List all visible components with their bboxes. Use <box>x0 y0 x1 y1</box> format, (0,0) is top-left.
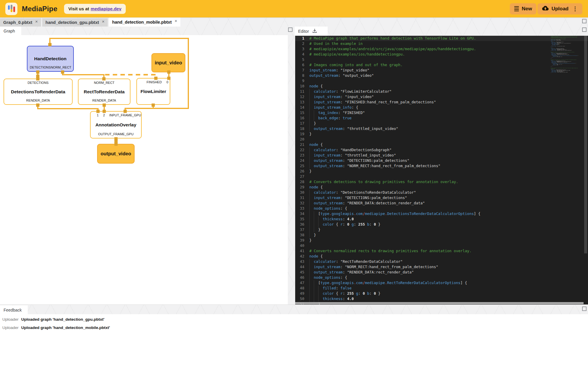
tab-graph[interactable]: Graph <box>0 27 21 35</box>
code-line: 40 <box>295 243 588 248</box>
port-label-finished: FINISHED <box>147 80 162 84</box>
code-line: 18output_stream: "throttled_input_video" <box>295 126 588 131</box>
code-line: 10node { <box>295 84 588 89</box>
tab-feedback-label: Feedback <box>4 308 22 312</box>
code-line: 3# mediapipie/examples/android/src/java/… <box>295 46 588 52</box>
node-title: FlowLimiter <box>137 89 170 94</box>
upload-button[interactable]: Upload ⋮ <box>538 3 582 14</box>
download-icon[interactable] <box>312 28 318 34</box>
node-annotation-overlay[interactable]: 1 2 INPUT_FRAME_GPU AnnotationOverlay OU… <box>90 111 142 138</box>
file-tab[interactable]: hand_detection_mobile.pbtxt× <box>109 17 180 27</box>
code-line: 33node_options: { <box>295 206 588 211</box>
file-tab-label: hand_detection_mobile.pbtxt <box>112 20 172 25</box>
tab-editor-label: Editor <box>298 29 309 34</box>
code-line: 6# Images coming into and out of the gra… <box>295 62 588 68</box>
workspace-maximize-icon[interactable] <box>582 19 587 23</box>
code-line: 45output_stream: "RENDER_DATA:rect_rende… <box>295 270 588 275</box>
code-line: 48filled: false <box>295 286 588 291</box>
node-input-video[interactable]: input_video <box>151 53 185 72</box>
node-title: RectToRenderData <box>79 89 130 94</box>
code-line: 19} <box>295 131 588 137</box>
code-line: 28# Converts detections to drawing primi… <box>295 179 588 185</box>
port-label-output-frame-gpu: OUTPUT_FRAME_GPU <box>91 132 141 136</box>
code-line: 16back_edge: true <box>295 115 588 121</box>
node-hand-detection[interactable]: HandDetection DETECTIONS NORM_RECT <box>27 46 74 72</box>
node-title: AnnotationOverlay <box>91 122 141 128</box>
code-line: 17} <box>295 121 588 126</box>
code-line: 9 <box>295 78 588 84</box>
code-line: 44input_stream: "NORM_RECT:hand_rect_fro… <box>295 264 588 270</box>
code-line: 15tag_index: "FINISHED" <box>295 110 588 115</box>
code-line: 49color { r: 255 g: 0 b: 0 } <box>295 291 588 296</box>
code-line: 26} <box>295 169 588 174</box>
tab-graph-label: Graph <box>4 29 15 33</box>
editor-panel-maximize-icon[interactable] <box>582 27 587 32</box>
code-line: 41# Converts normalized rects to drawing… <box>295 248 588 254</box>
file-tab[interactable]: Graph_0.pbtxt× <box>0 18 41 27</box>
file-tab-label: hand_detection_gpu.pbtxt <box>45 20 99 25</box>
upload-menu-kebab-icon[interactable]: ⋮ <box>572 6 578 12</box>
tab-feedback[interactable]: Feedback <box>0 305 28 315</box>
code-line: 1# MediaPipe graph that performs hand de… <box>295 36 588 41</box>
port-label-2: 2 <box>103 113 105 117</box>
code-line: 27 <box>295 174 588 179</box>
close-icon[interactable]: × <box>175 18 177 23</box>
port-label-detections: DETECTIONS <box>4 81 72 84</box>
file-tab[interactable]: hand_detection_gpu.pbtxt× <box>42 18 108 27</box>
code-line: 43calculator: "RectToRenderDataCalculato… <box>295 259 588 264</box>
close-icon[interactable]: × <box>35 19 38 24</box>
feedback-entry: UploaderUploaded graph 'hand_detection_g… <box>0 315 588 323</box>
graph-panel-maximize-icon[interactable] <box>288 27 293 32</box>
feedback-message: Uploaded graph 'hand_detection_mobile.pb… <box>21 325 110 330</box>
app-header: MediaPipe Visit us at mediapipe.dev New … <box>0 0 588 17</box>
mediapipe-visualizer-app: MediaPipe Visit us at mediapipe.dev New … <box>0 0 588 365</box>
code-lines[interactable]: 1# MediaPipe graph that performs hand de… <box>295 36 588 304</box>
editor-vertical-scrollbar[interactable] <box>584 36 587 253</box>
file-tab-label: Graph_0.pbtxt <box>3 20 32 25</box>
node-output-video[interactable]: output_video <box>97 144 135 164</box>
feedback-source: Uploader <box>2 317 21 322</box>
port-label-norm-rect: NORM_RECT <box>51 66 71 69</box>
feedback-log: UploaderUploaded graph 'hand_detection_g… <box>0 314 588 365</box>
port-label-render-data: RENDER_DATA <box>4 99 72 102</box>
new-button[interactable]: New <box>510 3 536 14</box>
node-title: HandDetection <box>27 56 73 61</box>
code-line: 36color { r: 0 g: 255 b: 0 } <box>295 222 588 227</box>
port-label-render-data: RENDER_DATA <box>79 99 130 102</box>
tab-editor[interactable]: Editor <box>295 27 328 36</box>
node-rect-to-render-data[interactable]: NORM_RECT RectToRenderData RENDER_DATA <box>78 79 130 105</box>
app-title: MediaPipe <box>22 5 58 13</box>
node-detections-to-render-data[interactable]: DETECTIONS DetectionsToRenderData RENDER… <box>4 79 73 105</box>
node-flow-limiter[interactable]: FINISHED 0 FlowLimiter <box>136 78 170 105</box>
port-label-0: 0 <box>166 80 168 84</box>
code-line: 42node { <box>295 254 588 259</box>
code-line: 29node { <box>295 185 588 190</box>
code-line: 50thickness: 4.0 <box>295 296 588 302</box>
code-line: 25output_stream: "NORM_RECT:hand_rect_fr… <box>295 163 588 169</box>
code-editor[interactable]: 1# MediaPipe graph that performs hand de… <box>295 36 588 304</box>
feedback-tab-strip: Feedback <box>0 304 588 315</box>
editor-minimap[interactable]: # MediaPipe graph that performs hand det… <box>551 36 584 130</box>
code-line: 5 <box>295 57 588 62</box>
code-line: 30calculator: "DetectionsToRenderDataCal… <box>295 190 588 195</box>
code-line: 14input_stream_info: { <box>295 105 588 110</box>
code-line: 7input_stream: "input_video" <box>295 68 588 73</box>
code-line: 37} <box>295 227 588 232</box>
close-icon[interactable]: × <box>102 19 104 24</box>
code-line: 35thickness: 4.0 <box>295 216 588 222</box>
visit-text: Visit us at <box>68 6 89 11</box>
node-title: DetectionsToRenderData <box>4 89 72 94</box>
code-line: 11calculator: "FlowLimiterCalculator" <box>295 89 588 94</box>
graph-edges <box>0 35 288 304</box>
port-label-detections: DETECTIONS <box>30 66 51 69</box>
file-tab-bar: Graph_0.pbtxt×hand_detection_gpu.pbtxt×h… <box>0 17 182 27</box>
graph-canvas[interactable]: HandDetection DETECTIONS NORM_RECT input… <box>0 35 288 304</box>
mediapipe-dev-link[interactable]: mediapipe.dev <box>91 6 121 11</box>
upload-cloud-icon <box>542 5 549 12</box>
code-line: 31input_stream: "DETECTIONS:palm_detecti… <box>295 195 588 201</box>
port-label-1: 1 <box>97 113 99 117</box>
code-line: 8output_stream: "output_video" <box>295 73 588 78</box>
visit-pill: Visit us at mediapipe.dev <box>64 4 126 14</box>
feedback-panel-maximize-icon[interactable] <box>582 307 587 311</box>
editor-horizontal-scrollbar[interactable] <box>295 302 584 304</box>
